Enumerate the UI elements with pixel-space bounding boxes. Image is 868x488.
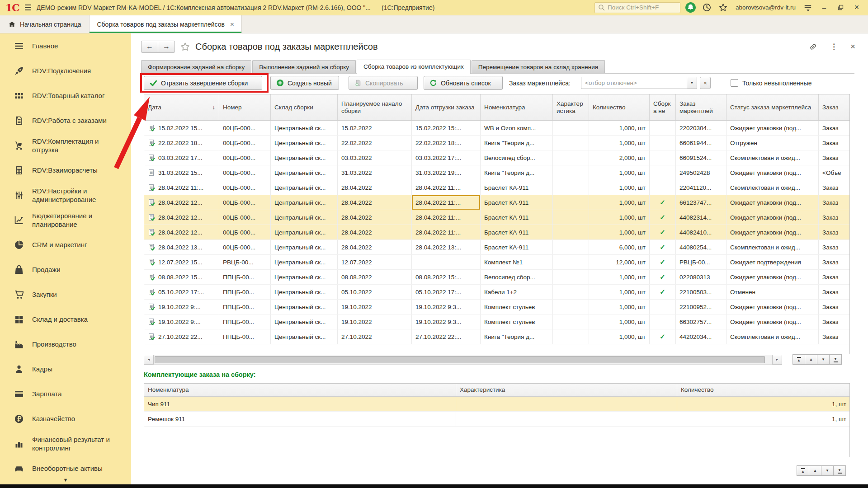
tab-close-icon[interactable]: ×: [230, 20, 234, 28]
filter-clear-button[interactable]: ×: [700, 77, 711, 89]
orders-table-row-13[interactable]: 19.10.2022 9:...ППЦБ-00...Центральный ск…: [144, 314, 849, 329]
orders-table-row-0[interactable]: 15.02.2022 15...00ЦБ-000...Центральный с…: [144, 121, 849, 136]
sidebar-item-catalog[interactable]: RDV:Товарный каталог: [0, 83, 131, 108]
sidebar-item-bag[interactable]: Продажи: [0, 257, 131, 282]
tab-document-active[interactable]: Сборка товаров под заказы маркетплейсов …: [89, 15, 241, 33]
orders-table-row-6[interactable]: 28.04.2022 12...00ЦБ-000...Центральный с…: [144, 210, 849, 225]
orders-table-row-11[interactable]: 05.10.2022 17:...ППЦБ-00...Центральный с…: [144, 285, 849, 300]
column-header-0[interactable]: Дата↓: [144, 94, 219, 120]
column-header-11[interactable]: Заказ: [819, 94, 850, 120]
orders-table-row-4[interactable]: 28.04.2022 11:...00ЦБ-000...Центральный …: [144, 180, 849, 195]
page-tab-3[interactable]: Перемещение товаров на склад хранения: [472, 60, 605, 73]
page-tab-0[interactable]: Формирование заданий на сборку: [141, 60, 251, 73]
sidebar-item-ruble[interactable]: Казначейство: [0, 406, 131, 431]
components-to-top-icon[interactable]: ▲: [797, 465, 809, 476]
sidebar-item-card[interactable]: Зарплата: [0, 381, 131, 406]
components-section-label: Комплектующие заказа на сборку:: [144, 371, 256, 378]
refresh-list-button[interactable]: Обновить список: [424, 76, 503, 90]
complete-assembly-button[interactable]: Отразить завершение сборки: [144, 76, 262, 90]
components-table-row-0[interactable]: Чип 9111, шт: [144, 397, 849, 412]
sidebar-item-handtruck[interactable]: RDV:Комплектация и отгрузка: [0, 133, 131, 158]
components-to-bottom-icon[interactable]: ▼: [833, 465, 846, 476]
sidebar-item-orderdoc[interactable]: RDV:Работа с заказами: [0, 108, 131, 133]
sidebar-item-sliders[interactable]: RDV:Настройки и администрирование: [0, 183, 131, 207]
minimize-button[interactable]: –: [818, 4, 830, 11]
orders-to-top-icon[interactable]: ▲: [793, 354, 805, 365]
scrollbar-track[interactable]: [154, 355, 772, 365]
column-header-6[interactable]: Характеристика: [553, 94, 589, 120]
components-up-icon[interactable]: ▲: [809, 465, 821, 476]
user-email[interactable]: aborovtsova@rdv-it.ru: [736, 4, 796, 11]
components-table-row-1[interactable]: Ремешок 9111, шт: [144, 412, 849, 427]
page-tab-1[interactable]: Выполнение заданий на сборку: [252, 60, 356, 73]
components-column-header-2[interactable]: Количество: [677, 384, 850, 396]
orders-down-icon[interactable]: ▼: [817, 354, 830, 365]
get-link-icon[interactable]: [809, 42, 817, 51]
column-header-7[interactable]: Количество: [589, 94, 650, 120]
planchart-icon: [14, 215, 24, 225]
orders-to-bottom-icon[interactable]: ▼: [829, 354, 842, 365]
sidebar-item-pie[interactable]: CRM и маркетинг: [0, 232, 131, 257]
orders-table-row-7[interactable]: 28.04.2022 12...00ЦБ-000...Центральный с…: [144, 225, 849, 240]
sidebar-item-factory[interactable]: Производство: [0, 332, 131, 357]
main-menu-icon[interactable]: [24, 4, 32, 11]
sidebar-item-whgrid[interactable]: Склад и доставка: [0, 307, 131, 332]
back-button[interactable]: ←: [141, 41, 158, 53]
sidebar-item-planchart[interactable]: Бюджетирование и планирование: [0, 207, 131, 232]
tab-document-label: Сборка товаров под заказы маркетплейсов: [97, 21, 225, 28]
components-down-icon[interactable]: ▼: [821, 465, 834, 476]
column-header-9[interactable]: Заказ маркетплей: [676, 94, 726, 120]
only-unfulfilled-label[interactable]: Только невыполненные: [742, 76, 811, 90]
create-new-button[interactable]: Создать новый: [270, 76, 339, 90]
sidebar-item-person[interactable]: Кадры: [0, 357, 131, 381]
column-header-1[interactable]: Номер: [219, 94, 271, 120]
sidebar-scroll-down-icon[interactable]: ▼: [0, 477, 131, 483]
notifications-bell-icon[interactable]: [685, 2, 697, 14]
sidebar-item-barchart[interactable]: Финансовый результат и контроллинг: [0, 431, 131, 456]
column-header-10[interactable]: Статус заказа маркетплейса: [726, 94, 819, 120]
orders-table-row-1[interactable]: 22.02.2022 18...00ЦБ-000...Центральный с…: [144, 136, 849, 150]
close-form-icon[interactable]: ×: [850, 42, 855, 52]
column-header-2[interactable]: Склад сборки: [271, 94, 338, 120]
orders-table-row-2[interactable]: 03.03.2022 17...00ЦБ-000...Центральный с…: [144, 150, 849, 165]
forward-button[interactable]: →: [158, 41, 175, 53]
orders-up-icon[interactable]: ▲: [805, 354, 817, 365]
column-header-3[interactable]: Планируемое начало сборки: [338, 94, 412, 120]
only-unfulfilled-checkbox[interactable]: [731, 79, 738, 87]
orders-table-row-12[interactable]: 19.10.2022 9:...ППЦБ-00...Центральный ск…: [144, 300, 849, 314]
refresh-icon: [429, 79, 437, 87]
orders-table-row-14[interactable]: 27.10.2022 22...ППЦБ-00...Центральный ск…: [144, 329, 849, 344]
components-column-header-0[interactable]: Номенклатура: [144, 384, 456, 396]
scroll-left-icon[interactable]: ◄: [144, 355, 154, 365]
favorites-star-icon[interactable]: [717, 2, 729, 14]
sidebar-item-calculator[interactable]: RDV:Взаиморасчеты: [0, 158, 131, 183]
orders-table-row-5[interactable]: 28.04.2022 12...00ЦБ-000...Центральный с…: [144, 195, 849, 210]
close-window-button[interactable]: ×: [851, 3, 863, 12]
orders-table-row-8[interactable]: 28.04.2022 13...00ЦБ-000...Центральный с…: [144, 240, 849, 255]
column-header-8[interactable]: Сборка не: [650, 94, 676, 120]
orders-table-row-10[interactable]: 08.08.2022 15...ППЦБ-00...Центральный ск…: [144, 270, 849, 285]
sidebar-item-cart[interactable]: Закупки: [0, 282, 131, 307]
tab-home[interactable]: Начальная страница: [0, 15, 89, 33]
copy-icon: [354, 79, 362, 87]
more-menu-icon[interactable]: ⋮: [830, 42, 838, 52]
service-menu-icon[interactable]: [802, 2, 814, 14]
assembled-check-icon: ✓: [660, 243, 665, 251]
column-header-4[interactable]: Дата отгрузки заказа: [412, 94, 481, 120]
page-tab-2-active[interactable]: Сборка товаров из комплектующих: [357, 60, 471, 74]
scrollbar-thumb[interactable]: [155, 356, 765, 363]
sidebar-item-menu[interactable]: Главное: [0, 33, 131, 58]
scroll-right-icon[interactable]: ►: [772, 355, 782, 365]
search-input[interactable]: Поиск Ctrl+Shift+F: [594, 2, 680, 13]
maximize-button[interactable]: [835, 4, 846, 11]
sidebar-item-rocket[interactable]: RDV:Подключения: [0, 58, 131, 83]
orders-table-row-9[interactable]: 12.07.2022 15...РВЦБ-00...Центральный ск…: [144, 255, 849, 270]
orders-table-row-3[interactable]: 31.03.2022 15...00ЦБ-000...Центральный с…: [144, 165, 849, 180]
column-header-5[interactable]: Номенклатура: [481, 94, 553, 120]
history-icon[interactable]: [701, 2, 713, 14]
copy-button[interactable]: Скопировать: [349, 76, 418, 90]
favorite-star-icon[interactable]: [180, 42, 190, 52]
marketplace-order-filter-combobox[interactable]: <отбор отключен> ▼: [581, 77, 697, 89]
components-column-header-1[interactable]: Характеристика: [456, 384, 677, 396]
combobox-dropdown-icon[interactable]: ▼: [687, 77, 697, 89]
